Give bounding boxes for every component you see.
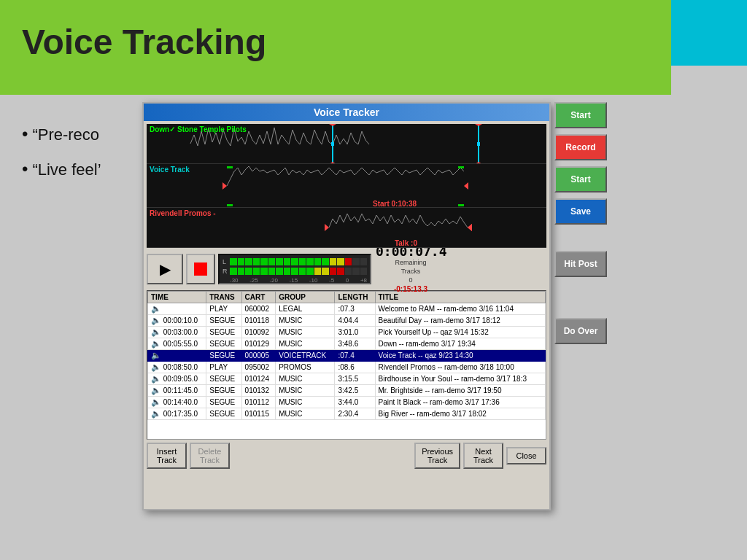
vu-bar-r: [230, 268, 367, 275]
cell-trans: SEGUE: [206, 350, 241, 362]
table-row[interactable]: 🔈 00:14:40.0 SEGUE 010112 MUSIC 3:44.0 P…: [148, 397, 546, 408]
col-header-trans: TRANS: [206, 292, 241, 303]
cell-cart: 095002: [241, 362, 276, 373]
cell-trans: SEGUE: [206, 397, 241, 408]
stop-icon: [194, 262, 207, 276]
next-track-button[interactable]: Next Track: [463, 443, 503, 469]
cell-group: MUSIC: [276, 327, 335, 338]
cell-length: 3:01.0: [335, 327, 375, 338]
cell-cart: 010129: [241, 338, 276, 350]
cell-title: Mr. Brightside -- ram-demo 3/17 19:50: [375, 385, 545, 397]
cell-time: 🔈 00:17:35.0: [148, 408, 206, 420]
dialog-title: Voice Tracker: [144, 104, 549, 121]
bottom-bar: Insert Track Delete Track Previous Track…: [147, 443, 546, 469]
cell-cart: 010112: [241, 397, 276, 408]
delete-track-button[interactable]: Delete Track: [190, 443, 230, 469]
cell-group: LEGAL: [276, 303, 335, 315]
cell-group: MUSIC: [276, 315, 335, 327]
cell-title: Rivendell Promos -- ram-demo 3/18 10:00: [375, 362, 545, 373]
svg-rect-7: [331, 142, 334, 146]
cell-time: 🔈 00:11:45.0: [148, 385, 206, 397]
bullet-list: “Pre-reco “Live feel’: [22, 117, 101, 187]
track-row-1: Down✓ Stone Temple Pilots // Will be ren…: [147, 124, 546, 164]
table-row[interactable]: 🔈 PLAY 060002 LEGAL :07.3 Welcome to RAM…: [148, 303, 546, 315]
cell-length: 3:48.6: [335, 338, 375, 350]
track-2-label: Voice Track: [150, 166, 190, 174]
cell-length: :08.6: [335, 362, 375, 373]
table-row[interactable]: 🔈 00:09:05.0 SEGUE 010124 MUSIC 3:15.5 B…: [148, 373, 546, 385]
playlist-body: 🔈 PLAY 060002 LEGAL :07.3 Welcome to RAM…: [148, 303, 546, 420]
cell-cart: 010132: [241, 385, 276, 397]
track-2-waveform: Start 0:10:38: [147, 164, 546, 207]
cell-trans: PLAY: [206, 303, 241, 315]
cell-length: 4:04.4: [335, 315, 375, 327]
cell-trans: SEGUE: [206, 327, 241, 338]
timer-remaining-label: RemainingTracks 0 -0:15:13.3: [376, 259, 446, 295]
cell-group: MUSIC: [276, 397, 335, 408]
table-row[interactable]: 🔈 00:00:10.0 SEGUE 010118 MUSIC 4:04.4 B…: [148, 315, 546, 327]
svg-rect-12: [227, 166, 233, 168]
cell-trans: SEGUE: [206, 315, 241, 327]
cell-group: MUSIC: [276, 408, 335, 420]
svg-text:Start 0:10:38: Start 0:10:38: [373, 200, 417, 207]
right-button-panel: Start Record Start Save Hit Post Do Over: [554, 102, 613, 344]
cell-group: VOICETRACK: [276, 350, 335, 362]
svg-rect-15: [458, 204, 464, 206]
playlist-table: TIME TRANS CART GROUP LENGTH TITLE 🔈 PLA…: [147, 291, 546, 420]
play-icon: ▶: [160, 260, 171, 278]
vu-meter: L: [218, 254, 371, 284]
cell-trans: SEGUE: [206, 408, 241, 420]
track-row-3: Rivendell Promos - Talk :0: [147, 208, 546, 248]
table-row[interactable]: 🔈 00:11:45.0 SEGUE 010132 MUSIC 3:42.5 M…: [148, 385, 546, 397]
vu-row-r: R: [222, 268, 367, 275]
col-header-cart: CART: [241, 292, 276, 303]
svg-rect-8: [477, 142, 480, 146]
table-row[interactable]: 🔈 00:03:00.0 SEGUE 010092 MUSIC 3:01.0 P…: [148, 327, 546, 338]
table-row[interactable]: 🔈 00:05:55.0 SEGUE 010129 MUSIC 3:48.6 D…: [148, 338, 546, 350]
cell-time: 🔈 00:00:10.0: [148, 315, 206, 327]
cell-time: 🔈: [148, 350, 206, 362]
hit-post-button[interactable]: Hit Post: [554, 251, 607, 277]
start1-button[interactable]: Start: [554, 102, 607, 128]
cell-group: MUSIC: [276, 385, 335, 397]
save-button[interactable]: Save: [554, 198, 607, 225]
transport-controls: ▶ L: [147, 251, 546, 287]
cell-cart: 010115: [241, 408, 276, 420]
cell-title: Pick Yourself Up -- qaz 9/14 15:32: [375, 327, 545, 338]
col-header-time: TIME: [148, 292, 206, 303]
table-row[interactable]: 🔈 SEGUE 000005 VOICETRACK :07.4 Voice Tr…: [148, 350, 546, 362]
track-row-2: Voice Track Start 0:10:38: [147, 164, 546, 208]
start2-button[interactable]: Start: [554, 166, 607, 192]
close-button[interactable]: Close: [506, 447, 546, 464]
cell-length: :07.4: [335, 350, 375, 362]
play-button[interactable]: ▶: [147, 254, 183, 284]
cell-time: 🔈 00:14:40.0: [148, 397, 206, 408]
page-title: Voice Tracking: [22, 22, 266, 62]
cell-title: Birdhouse in Your Soul -- ram-demo 3/17 …: [375, 373, 545, 385]
svg-rect-9: [147, 164, 541, 207]
playlist[interactable]: TIME TRANS CART GROUP LENGTH TITLE 🔈 PLA…: [147, 290, 546, 440]
record-button[interactable]: Record: [554, 134, 607, 160]
table-row[interactable]: 🔈 00:08:50.0 PLAY 095002 PROMOS :08.6 Ri…: [148, 362, 546, 373]
table-header-row: TIME TRANS CART GROUP LENGTH TITLE: [148, 292, 546, 303]
cell-cart: 000005: [241, 350, 276, 362]
remaining-time: -0:15:13.3: [394, 285, 427, 293]
vu-l-label: L: [222, 258, 228, 265]
cell-cart: 010118: [241, 315, 276, 327]
vu-bar-l: [230, 258, 367, 265]
cell-time: 🔈 00:05:55.0: [148, 338, 206, 350]
cell-trans: SEGUE: [206, 373, 241, 385]
cell-title: Welcome to RAM -- ram-demo 3/16 11:04: [375, 303, 545, 315]
cell-time: 🔈 00:03:00.0: [148, 327, 206, 338]
insert-track-button[interactable]: Insert Track: [147, 443, 187, 469]
svg-rect-14: [458, 166, 464, 168]
cell-length: 2:30.4: [335, 408, 375, 420]
previous-track-button[interactable]: Previous Track: [414, 443, 460, 469]
col-header-length: LENGTH: [335, 292, 375, 303]
remaining-tracks: 0: [409, 276, 412, 284]
table-row[interactable]: 🔈 00:17:35.0 SEGUE 010115 MUSIC 2:30.4 B…: [148, 408, 546, 420]
cell-title: Voice Track -- qaz 9/23 14:30: [375, 350, 545, 362]
stop-button[interactable]: [186, 254, 215, 284]
do-over-button[interactable]: Do Over: [554, 318, 607, 344]
cell-trans: SEGUE: [206, 338, 241, 350]
